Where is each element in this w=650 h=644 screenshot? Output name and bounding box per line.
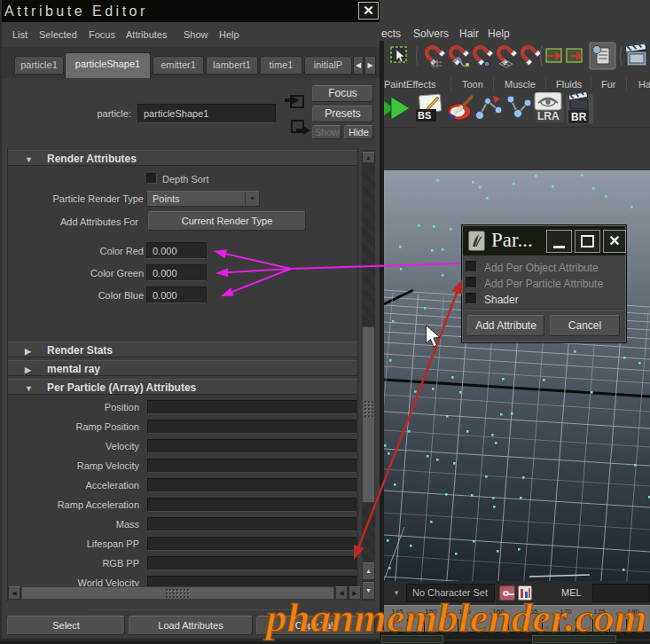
svg-text:LRA: LRA (537, 110, 560, 122)
svg-text:BR: BR (571, 111, 587, 123)
svg-text:BS: BS (418, 110, 431, 121)
